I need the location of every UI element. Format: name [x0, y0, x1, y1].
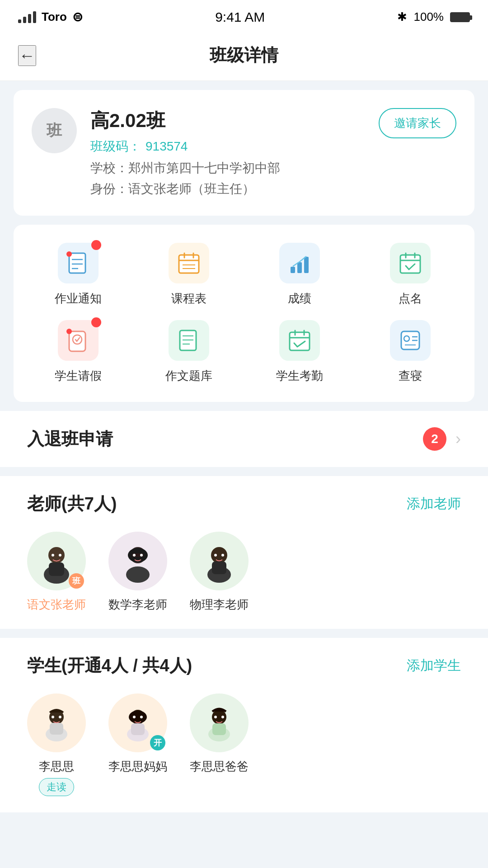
- leave-badge: [91, 317, 101, 327]
- menu-grid: 作业通知 课程表: [23, 243, 465, 384]
- student-item-1[interactable]: 李思思 走读: [27, 693, 86, 796]
- grades-icon: [279, 243, 320, 283]
- student-avatar-1: [27, 693, 86, 752]
- svg-rect-0: [69, 253, 85, 273]
- essay-icon: [169, 320, 209, 361]
- students-header: 学生(开通4人 / 共4人) 添加学生: [27, 654, 461, 677]
- join-section-right: 2 ›: [423, 427, 461, 451]
- student-name-1: 李思思: [39, 759, 74, 774]
- student-checkin-icon-wrap: [279, 320, 320, 361]
- homework-badge: [91, 240, 101, 250]
- menu-item-grades[interactable]: 成绩: [244, 243, 355, 307]
- menu-item-attendance[interactable]: 点名: [355, 243, 465, 307]
- menu-item-leave[interactable]: 学生请假: [23, 320, 133, 384]
- students-list: 李思思 走读 开: [27, 693, 461, 796]
- teachers-header: 老师(共7人) 添加老师: [27, 492, 461, 515]
- schedule-label: 课程表: [171, 291, 206, 307]
- grades-label: 成绩: [288, 291, 311, 307]
- teacher-item-3[interactable]: 物理李老师: [190, 532, 249, 613]
- students-section: 学生(开通4人 / 共4人) 添加学生: [0, 638, 488, 812]
- signal-icon: [18, 11, 36, 23]
- teacher-name-3: 物理李老师: [190, 597, 249, 613]
- status-time: 9:41 AM: [215, 9, 265, 25]
- join-section-row[interactable]: 入退班申请 2 ›: [0, 411, 488, 467]
- svg-rect-63: [131, 723, 145, 735]
- teacher-avatar-2: [108, 532, 167, 590]
- leave-label: 学生请假: [55, 368, 102, 384]
- svg-point-70: [214, 716, 217, 718]
- svg-rect-56: [50, 723, 63, 735]
- students-title: 学生(开通4人 / 共4人): [27, 654, 192, 677]
- class-avatar: 班: [32, 108, 77, 153]
- join-section-title: 入退班申请: [27, 428, 113, 451]
- svg-point-20: [66, 329, 72, 334]
- student-avatar-3: [190, 693, 249, 752]
- carrier-label: Toro: [42, 10, 67, 24]
- class-info-details: 高2.02班 班级码： 913574 学校：郑州市第四十七中学初中部 身份：语文…: [90, 108, 365, 198]
- homework-label: 作业通知: [55, 291, 102, 307]
- back-button[interactable]: ←: [18, 45, 36, 66]
- svg-rect-37: [49, 562, 64, 576]
- attendance-icon: [390, 243, 431, 283]
- essay-icon-wrap: [169, 320, 209, 361]
- teacher-badge-1: 班: [69, 573, 84, 589]
- svg-point-39: [59, 554, 61, 557]
- svg-rect-69: [212, 723, 226, 735]
- grades-icon-wrap: [279, 243, 320, 283]
- attendance-label: 点名: [399, 291, 422, 307]
- svg-rect-25: [290, 332, 310, 350]
- student-item-2[interactable]: 开 李思思妈妈: [108, 693, 167, 796]
- class-info-card: 班 高2.02班 班级码： 913574 学校：郑州市第四十七中学初中部 身份：…: [14, 90, 474, 216]
- attendance-icon-wrap: [390, 243, 431, 283]
- page-title: 班级详情: [210, 44, 278, 67]
- svg-point-65: [140, 716, 143, 718]
- svg-point-45: [133, 554, 136, 557]
- join-count-badge: 2: [423, 427, 446, 451]
- battery-label: 100%: [413, 10, 444, 24]
- dorm-label: 查寝: [399, 368, 422, 384]
- menu-item-dorm[interactable]: 查寝: [355, 320, 465, 384]
- svg-point-58: [59, 716, 61, 718]
- class-school: 学校：郑州市第四十七中学初中部: [90, 160, 365, 177]
- svg-point-38: [52, 554, 54, 557]
- menu-grid-card: 作业通知 课程表: [14, 225, 474, 402]
- svg-point-4: [66, 251, 72, 257]
- teachers-title: 老师(共7人): [27, 492, 117, 515]
- svg-point-64: [133, 716, 136, 718]
- student-name-2: 李思思妈妈: [108, 759, 167, 774]
- svg-point-51: [214, 554, 217, 557]
- class-info-top: 班 高2.02班 班级码： 913574 学校：郑州市第四十七中学初中部 身份：…: [32, 108, 456, 198]
- teacher-avatar-1: 班: [27, 532, 86, 590]
- schedule-icon-wrap: [169, 243, 209, 283]
- teacher-avatar-3: [190, 532, 249, 590]
- student-checkin-icon: [279, 320, 320, 361]
- status-right: ✱ 100%: [397, 10, 470, 24]
- add-teacher-link[interactable]: 添加老师: [407, 495, 461, 513]
- teacher-item-2[interactable]: 数学李老师: [108, 532, 167, 613]
- invite-parent-button[interactable]: 邀请家长: [379, 108, 456, 138]
- student-tag-1: 走读: [39, 778, 74, 796]
- student-item-3[interactable]: 李思思爸爸: [190, 693, 249, 796]
- svg-rect-50: [212, 561, 226, 574]
- student-avatar-2: 开: [108, 693, 167, 752]
- teacher-item-1[interactable]: 班 语文张老师: [27, 532, 86, 613]
- svg-point-44: [126, 566, 150, 583]
- dorm-icon: [390, 320, 431, 361]
- class-role: 身份：语文张老师（班主任）: [90, 180, 365, 198]
- essay-label: 作文题库: [165, 368, 212, 384]
- status-left: Toro ⊜: [18, 9, 83, 24]
- svg-rect-14: [400, 255, 420, 273]
- wifi-icon: ⊜: [72, 9, 83, 24]
- teacher-name-2: 数学李老师: [108, 597, 167, 613]
- class-code-value: 913574: [145, 139, 188, 154]
- menu-item-essay[interactable]: 作文题库: [133, 320, 244, 384]
- svg-point-71: [221, 716, 224, 718]
- join-chevron-icon: ›: [455, 429, 461, 448]
- class-name: 高2.02班: [90, 108, 365, 133]
- menu-item-schedule[interactable]: 课程表: [133, 243, 244, 307]
- teacher-name-1: 语文张老师: [27, 597, 86, 613]
- homework-icon: [58, 243, 99, 283]
- add-student-link[interactable]: 添加学生: [407, 656, 461, 675]
- menu-item-student-checkin[interactable]: 学生考勤: [244, 320, 355, 384]
- menu-item-homework[interactable]: 作业通知: [23, 243, 133, 307]
